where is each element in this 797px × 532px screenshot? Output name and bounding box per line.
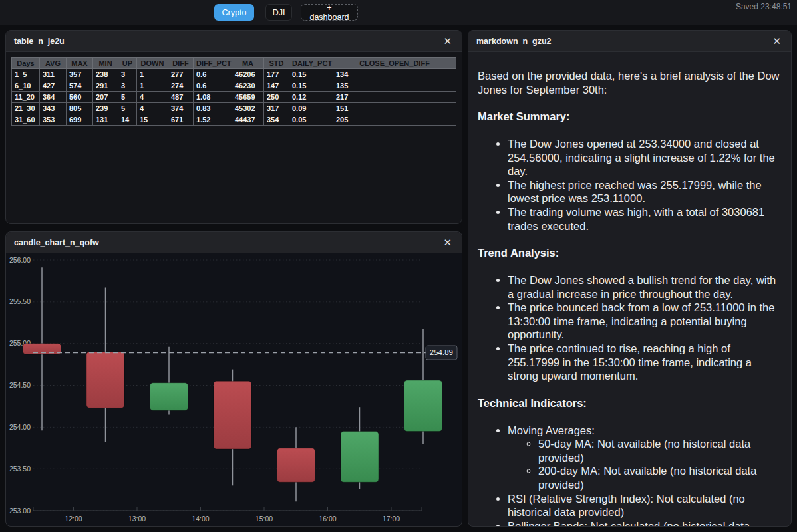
table-cell: 354 bbox=[264, 114, 289, 126]
table-header-cell: Days bbox=[12, 58, 40, 69]
table-cell: 177 bbox=[264, 69, 289, 80]
candle-down bbox=[86, 352, 124, 408]
table-cell: 44437 bbox=[232, 114, 264, 126]
table-header-cell: MA bbox=[232, 58, 264, 69]
md-bullet-list: The Dow Jones showed a bullish trend for… bbox=[478, 273, 783, 383]
table-cell: 574 bbox=[67, 80, 93, 92]
table-cell: 0.05 bbox=[289, 114, 333, 126]
md-bullet: The price bounced back from a low of 253… bbox=[508, 301, 783, 342]
table-cell: 3 bbox=[118, 80, 137, 92]
md-bullet: Moving Averages:50-day MA: Not available… bbox=[508, 424, 783, 492]
table-header-cell: DIFF_PCT bbox=[194, 58, 232, 69]
table-cell: 1_5 bbox=[12, 69, 40, 80]
md-bullet-list: The Dow Jones opened at 253.34000 and cl… bbox=[478, 137, 783, 233]
md-heading: Technical Indicators: bbox=[478, 396, 783, 410]
x-axis-tick-label: 12:00 bbox=[65, 515, 82, 523]
candle-panel-title: candle_chart_n_qofw bbox=[14, 238, 99, 247]
candle-down bbox=[277, 448, 315, 483]
table-header-cell: DIFF bbox=[168, 58, 194, 69]
table-cell: 311 bbox=[40, 69, 67, 80]
table-cell: 1 bbox=[137, 80, 168, 92]
table-header-cell: STD bbox=[264, 58, 289, 69]
md-bullet: The Dow Jones opened at 253.34000 and cl… bbox=[508, 137, 783, 178]
table-cell: 1.08 bbox=[194, 92, 232, 103]
y-axis-tick-label: 253.00 bbox=[9, 507, 31, 515]
table-cell: 239 bbox=[93, 103, 118, 114]
table-panel-header: table_n_je2u ✕ bbox=[6, 31, 462, 52]
candle-panel-header: candle_chart_n_qofw ✕ bbox=[6, 232, 462, 253]
md-sub-bullet: 200-day MA: Not available (no historical… bbox=[538, 464, 783, 491]
table-header-cell: MAX bbox=[67, 58, 93, 69]
md-bullet: The Dow Jones showed a bullish trend for… bbox=[508, 273, 783, 301]
table-cell: 135 bbox=[333, 80, 456, 92]
table-cell: 205 bbox=[333, 114, 456, 126]
table-cell: 217 bbox=[333, 92, 456, 103]
close-icon[interactable]: ✕ bbox=[441, 236, 454, 249]
table-panel: table_n_je2u ✕ DaysAVGMAXMINUPDOWNDIFFDI… bbox=[5, 30, 462, 224]
md-bullet: Bollinger Bands: Not calculated (no hist… bbox=[508, 519, 783, 526]
table-cell: 11_20 bbox=[12, 92, 40, 103]
candle-chart-panel: candle_chart_n_qofw ✕ 256.00255.50255.00… bbox=[5, 231, 462, 527]
markdown-panel-body: Based on the provided data, here's a bri… bbox=[468, 52, 791, 526]
table-cell: 21_30 bbox=[12, 103, 40, 114]
table-cell: 0.6 bbox=[194, 69, 232, 80]
md-bullet-list: Moving Averages:50-day MA: Not available… bbox=[478, 424, 783, 527]
x-axis-tick-label: 16:00 bbox=[319, 515, 336, 523]
md-bullet: The trading volume was high, with a tota… bbox=[508, 205, 783, 233]
table-cell: 151 bbox=[333, 103, 456, 114]
y-axis-tick-label: 256.00 bbox=[9, 256, 31, 264]
table-cell: 250 bbox=[264, 92, 289, 103]
table-cell: 207 bbox=[93, 92, 118, 103]
table-cell: 0.15 bbox=[289, 80, 333, 92]
table-cell: 4 bbox=[137, 103, 168, 114]
x-axis-tick-label: 17:00 bbox=[383, 515, 400, 523]
tab-dji[interactable]: DJI bbox=[265, 4, 292, 21]
table-cell: 0.83 bbox=[194, 103, 232, 114]
table-cell: 14 bbox=[118, 114, 137, 126]
table-cell: 699 bbox=[67, 114, 93, 126]
candle-up bbox=[341, 432, 379, 483]
table-header-cell: AVG bbox=[40, 58, 67, 69]
markdown-panel-title: markdown_n_gzu2 bbox=[476, 37, 552, 46]
x-axis-tick-label: 14:00 bbox=[192, 515, 209, 523]
table-header-cell: DAILY_PCT bbox=[289, 58, 333, 69]
table-cell: 46206 bbox=[232, 69, 264, 80]
candle-chart-body: 256.00255.50255.00254.50254.00253.50253.… bbox=[6, 253, 462, 526]
table-cell: 487 bbox=[168, 92, 194, 103]
table-cell: 0.12 bbox=[289, 92, 333, 103]
table-cell: 46230 bbox=[232, 80, 264, 92]
table-cell: 1.52 bbox=[194, 114, 232, 126]
table-cell: 0.15 bbox=[289, 69, 333, 80]
markdown-panel-header: markdown_n_gzu2 ✕ bbox=[468, 31, 791, 52]
candle-up bbox=[404, 380, 442, 432]
table-cell: 5 bbox=[118, 92, 137, 103]
table-cell: 374 bbox=[168, 103, 194, 114]
table-cell: 3 bbox=[118, 69, 137, 80]
table-cell: 31_60 bbox=[12, 114, 40, 126]
y-axis-tick-label: 254.50 bbox=[9, 381, 31, 389]
close-icon[interactable]: ✕ bbox=[441, 35, 454, 47]
md-bullet: The highest price reached was 255.17999,… bbox=[508, 178, 783, 205]
md-sub-bullet-list: 50-day MA: Not available (no historical … bbox=[508, 437, 783, 492]
table-row: 21_30343805239543740.83453023170.09151 bbox=[12, 103, 456, 114]
table-cell: 671 bbox=[168, 114, 194, 126]
close-icon[interactable]: ✕ bbox=[770, 35, 783, 47]
tab-crypto[interactable]: Crypto bbox=[214, 4, 254, 21]
md-bullet: RSI (Relative Strength Index): Not calcu… bbox=[508, 492, 783, 519]
md-bullet: The price continued to rise, reaching a … bbox=[508, 342, 783, 383]
table-cell: 343 bbox=[40, 103, 67, 114]
add-dashboard-button[interactable]: + dashboard bbox=[301, 4, 358, 21]
table-cell: 317 bbox=[264, 103, 289, 114]
table-cell: 560 bbox=[67, 92, 93, 103]
md-sub-bullet: 50-day MA: Not available (no historical … bbox=[538, 437, 783, 464]
table-cell: 353 bbox=[40, 114, 67, 126]
x-axis-tick-label: 15:00 bbox=[255, 515, 273, 523]
table-cell: 427 bbox=[40, 80, 67, 92]
saved-timestamp: Saved 23:48:51 bbox=[736, 2, 792, 11]
stats-table: DaysAVGMAXMINUPDOWNDIFFDIFF_PCTMASTDDAIL… bbox=[11, 57, 456, 126]
y-axis-tick-label: 255.50 bbox=[9, 297, 31, 305]
table-cell: 0.6 bbox=[194, 80, 232, 92]
table-header-cell: CLOSE_OPEN_DIFF bbox=[333, 58, 456, 69]
table-cell: 5 bbox=[118, 103, 137, 114]
md-heading: Trend Analysis: bbox=[478, 246, 783, 260]
